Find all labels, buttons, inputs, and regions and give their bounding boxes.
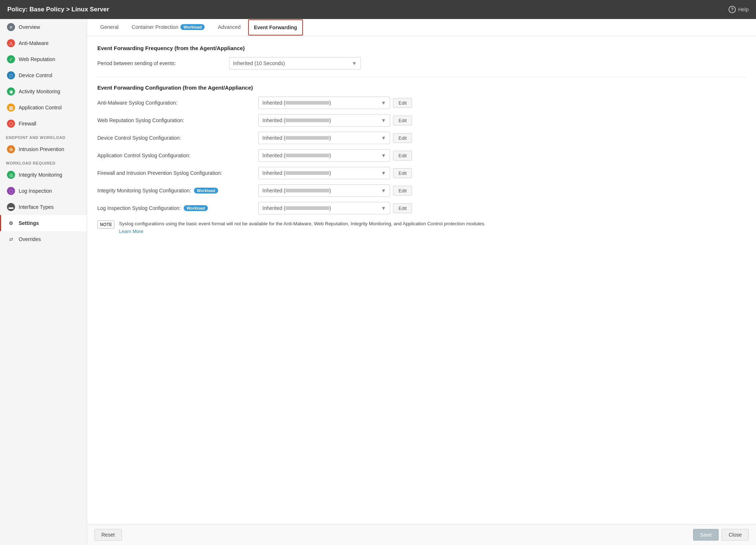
- antimalware-syslog-control: Inherited () ▼ Edit: [258, 97, 746, 109]
- webreputation-syslog-control: Inherited () ▼ Edit: [258, 114, 746, 127]
- header-title: Policy: Base Policy > Linux Server: [7, 6, 109, 13]
- close-button[interactable]: Close: [722, 529, 749, 541]
- webreputation-syslog-label: Web Reputation Syslog Configuration:: [97, 117, 258, 123]
- intrusion-icon: ⊕: [7, 145, 15, 153]
- integrity-syslog-control: Inherited () ▼ Edit: [258, 184, 746, 197]
- sidebar-label-antimalware: Anti-Malware: [19, 40, 49, 46]
- integrity-syslog-label: Integrity Monitoring Syslog Configuratio…: [97, 188, 258, 193]
- sidebar-label-firewall: Firewall: [19, 121, 36, 127]
- learn-more-link[interactable]: Learn More: [119, 229, 143, 234]
- antimalware-edit-button[interactable]: Edit: [393, 98, 412, 108]
- integrity-chevron-icon: ▼: [381, 188, 386, 193]
- sidebar-item-webreputation[interactable]: ✓ Web Reputation: [0, 51, 87, 67]
- sidebar-item-antimalware[interactable]: ⚠ Anti-Malware: [0, 35, 87, 51]
- period-chevron-icon: ▼: [352, 60, 357, 66]
- antimalware-syslog-select[interactable]: Inherited () ▼: [258, 97, 390, 109]
- footer-left: Reset: [94, 529, 122, 541]
- sidebar-item-integrity[interactable]: ◎ Integrity Monitoring: [0, 167, 87, 183]
- app-container: Policy: Base Policy > Linux Server ? Hel…: [0, 0, 756, 545]
- settings-icon: ⚙: [7, 219, 15, 227]
- appcontrol-syslog-row: Application Control Syslog Configuration…: [97, 149, 746, 162]
- header-title-bold: Base Policy > Linux Server: [29, 6, 109, 13]
- sidebar-item-activitymonitoring[interactable]: ◉ Activity Monitoring: [0, 83, 87, 99]
- sidebar-item-firewall[interactable]: ⬡ Firewall: [0, 116, 87, 132]
- period-label: Period between sending of events:: [97, 60, 229, 66]
- sidebar-item-settings[interactable]: ⚙ Settings: [0, 215, 87, 231]
- sidebar-item-intrusion[interactable]: ⊕ Intrusion Prevention: [0, 141, 87, 157]
- header-help-button[interactable]: ? Help: [729, 6, 749, 13]
- firewall-intrusion-syslog-select[interactable]: Inherited () ▼: [258, 167, 390, 179]
- webreputation-syslog-value: Inherited (): [262, 117, 381, 123]
- devicecontrol-syslog-control: Inherited () ▼ Edit: [258, 132, 746, 144]
- activitymonitoring-icon: ◉: [7, 87, 15, 95]
- webreputation-icon: ✓: [7, 55, 15, 63]
- period-control: Inherited (10 Seconds) ▼: [229, 57, 746, 69]
- save-button[interactable]: Save: [693, 529, 719, 541]
- sidebar-item-devicecontrol[interactable]: □ Device Control: [0, 67, 87, 83]
- devicecontrol-syslog-select[interactable]: Inherited () ▼: [258, 132, 390, 144]
- webreputation-edit-button[interactable]: Edit: [393, 116, 412, 125]
- webreputation-chevron-icon: ▼: [381, 117, 386, 123]
- sidebar-item-appcontrol[interactable]: ▦ Application Control: [0, 99, 87, 116]
- section2-heading: Event Forwarding Configuration (from the…: [97, 84, 746, 91]
- divider1: [97, 77, 746, 77]
- tab-container-protection[interactable]: Container Protection Workload: [126, 19, 211, 36]
- note-box: NOTE Syslog configurations using the bas…: [97, 220, 746, 236]
- sidebar-label-loginspection: Log Inspection: [19, 188, 52, 194]
- sidebar-item-overrides[interactable]: ⇄ Overrides: [0, 231, 87, 247]
- main-layout: ≡ Overview ⚠ Anti-Malware ✓ Web Reputati…: [0, 19, 756, 545]
- sidebar-label-webreputation: Web Reputation: [19, 56, 55, 62]
- tab-advanced-label: Advanced: [218, 24, 240, 30]
- note-text-content: Syslog configurations using the basic ev…: [119, 221, 485, 226]
- loginspection-syslog-control: Inherited () ▼ Edit: [258, 202, 746, 214]
- antimalware-icon: ⚠: [7, 39, 15, 47]
- sidebar-label-overrides: Overrides: [19, 236, 41, 242]
- antimalware-syslog-label: Anti-Malware Syslog Configuration:: [97, 100, 258, 106]
- antimalware-chevron-icon: ▼: [381, 100, 386, 106]
- header-title-prefix: Policy:: [7, 6, 29, 13]
- firewall-intrusion-syslog-label: Firewall and Intrusion Prevention Syslog…: [97, 170, 258, 176]
- antimalware-syslog-value: Inherited (): [262, 100, 381, 106]
- integrity-icon: ◎: [7, 171, 15, 179]
- sidebar-label-intrusion: Intrusion Prevention: [19, 146, 64, 152]
- sidebar-label-activitymonitoring: Activity Monitoring: [19, 89, 60, 94]
- tab-event-forwarding-label: Event Forwarding: [254, 25, 297, 30]
- devicecontrol-edit-button[interactable]: Edit: [393, 133, 412, 143]
- loginspection-syslog-row: Log Inspection Syslog Configuration: Wor…: [97, 202, 746, 214]
- help-icon: ?: [729, 6, 736, 13]
- tab-event-forwarding[interactable]: Event Forwarding: [248, 19, 303, 35]
- webreputation-syslog-select[interactable]: Inherited () ▼: [258, 114, 390, 127]
- devicecontrol-syslog-value: Inherited (): [262, 135, 381, 141]
- content-area: General Container Protection Workload Ad…: [87, 19, 756, 545]
- loginspection-chevron-icon: ▼: [381, 205, 386, 211]
- integrity-workload-badge: Workload: [194, 188, 218, 193]
- firewall-intrusion-syslog-row: Firewall and Intrusion Prevention Syslog…: [97, 167, 746, 179]
- appcontrol-syslog-select[interactable]: Inherited () ▼: [258, 149, 390, 162]
- integrity-syslog-value: Inherited (): [262, 188, 381, 193]
- footer: Reset Save Close: [87, 524, 756, 545]
- integrity-edit-button[interactable]: Edit: [393, 186, 412, 196]
- tab-general[interactable]: General: [94, 19, 124, 36]
- firewall-intrusion-edit-button[interactable]: Edit: [393, 168, 412, 178]
- reset-button[interactable]: Reset: [94, 529, 122, 541]
- period-select[interactable]: Inherited (10 Seconds) ▼: [229, 57, 361, 69]
- appcontrol-edit-button[interactable]: Edit: [393, 151, 412, 161]
- loginspection-edit-button[interactable]: Edit: [393, 203, 412, 213]
- sidebar-item-interface[interactable]: ▬ Interface Types: [0, 199, 87, 215]
- period-select-value: Inherited (10 Seconds): [233, 60, 352, 66]
- integrity-syslog-select[interactable]: Inherited () ▼: [258, 184, 390, 197]
- firewall-intrusion-syslog-control: Inherited () ▼ Edit: [258, 167, 746, 179]
- sidebar-item-loginspection[interactable]: ◌ Log Inspection: [0, 183, 87, 199]
- sidebar: ≡ Overview ⚠ Anti-Malware ✓ Web Reputati…: [0, 19, 87, 545]
- sidebar-label-interface: Interface Types: [19, 204, 53, 210]
- loginspection-syslog-select[interactable]: Inherited () ▼: [258, 202, 390, 214]
- antimalware-syslog-row: Anti-Malware Syslog Configuration: Inher…: [97, 97, 746, 109]
- header: Policy: Base Policy > Linux Server ? Hel…: [0, 0, 756, 19]
- devicecontrol-chevron-icon: ▼: [381, 135, 386, 141]
- integrity-syslog-row: Integrity Monitoring Syslog Configuratio…: [97, 184, 746, 197]
- content-scroll: Event Forwarding Frequency (from the Age…: [87, 36, 756, 524]
- loginspection-syslog-label: Log Inspection Syslog Configuration: Wor…: [97, 205, 258, 211]
- tab-advanced[interactable]: Advanced: [212, 19, 246, 36]
- sidebar-item-overview[interactable]: ≡ Overview: [0, 19, 87, 35]
- appcontrol-syslog-control: Inherited () ▼ Edit: [258, 149, 746, 162]
